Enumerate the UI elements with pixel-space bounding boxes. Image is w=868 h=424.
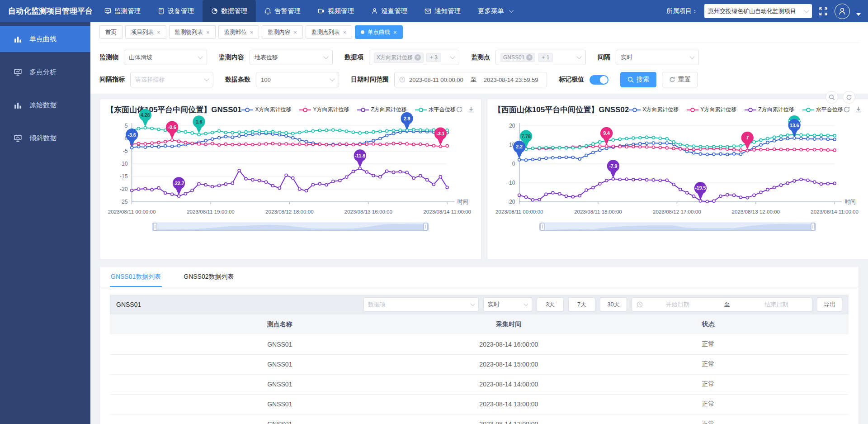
tab-label: 项目列表 [131,29,154,36]
refresh-icon[interactable] [456,106,463,113]
reset-button-label: 重置 [678,76,691,84]
close-icon[interactable] [250,29,254,35]
datazoom-handle[interactable] [541,223,544,230]
reset-button[interactable]: 重置 [662,72,698,87]
close-icon[interactable] [293,29,297,35]
svg-text:-11.8: -11.8 [354,153,365,158]
close-icon[interactable] [157,29,160,35]
refresh-icon[interactable] [843,106,850,113]
table-interval-select[interactable]: 实时 [483,297,532,312]
interval-index-select[interactable]: 请选择指标 [130,72,213,87]
svg-text:-25: -25 [120,199,128,205]
svg-text:2.9: 2.9 [404,116,410,121]
quick-range-7d-button[interactable]: 7天 [568,297,595,312]
monitor-content-select[interactable]: 地表位移 [250,50,333,65]
extreme-marker: -11.8 [354,149,366,167]
legend-item[interactable]: X方向累计位移 [241,106,291,114]
data-item-multiselect[interactable]: X方向累计位移+ 3 [369,50,459,65]
sidebar-item-multi-point-analysis[interactable]: 多点分析 [0,59,90,85]
table-data-item-select[interactable]: 数据项 [363,297,479,312]
download-icon[interactable] [855,106,862,113]
tag-close-icon[interactable] [415,54,421,61]
menu-item-video[interactable]: 视频管理 [309,0,363,22]
search-icon [627,76,634,83]
extreme-marker: 2.9 [401,112,413,130]
search-button[interactable]: 搜索 [620,72,656,87]
extreme-marker: 1.6 [193,115,205,133]
user-menu-caret[interactable] [856,13,861,16]
sidebar-item-raw-data[interactable]: 原始数据 [0,92,90,118]
top-menu: 监测管理 设备管理 数据管理 告警管理 视频管理 巡查管理 通知管理 更多菜单 [96,0,666,22]
legend-item[interactable]: Z方向累计位移 [357,106,406,114]
tab-gnss02-data-list[interactable]: GNSS02数据列表 [183,267,235,287]
avatar-person-icon [837,6,847,16]
download-icon[interactable] [467,106,475,113]
tab-monitor-point-list[interactable]: 监测点列表 [306,25,352,39]
extreme-marker: 4.26 [139,109,151,127]
project-select[interactable]: 惠州交投绿色矿山自动化监测项目 [704,4,812,18]
sidebar-item-label: 倾斜数据 [29,134,57,143]
menu-item-patrol[interactable]: 巡查管理 [363,0,416,22]
count-label: 数据条数 [225,76,250,84]
menu-item-alarm[interactable]: 告警管理 [256,0,309,22]
menu-item-notify[interactable]: 通知管理 [416,0,469,22]
monitor-chart-icon [104,8,111,14]
chevron-down-icon [323,54,328,59]
datetime-range-picker[interactable]: 2023-08-11 00:00:00 至 2023-08-14 23:59:5… [394,72,547,87]
menu-item-device[interactable]: 设备管理 [149,0,203,22]
legend-label: X方向累计位移 [255,106,291,114]
datazoom-slider[interactable] [494,221,862,233]
monitor-point-multiselect[interactable]: GNSS01+ 1 [495,50,586,65]
datazoom-handle[interactable] [811,223,815,230]
legend-item[interactable]: Y方向累计位移 [299,106,349,114]
legend-item[interactable]: 水平合位移 [802,106,843,114]
sidebar-item-tilt-data[interactable]: 倾斜数据 [0,125,90,151]
zoom-restore-button[interactable] [843,91,855,104]
legend-item[interactable]: Y方向累计位移 [687,106,736,114]
tab-project-list[interactable]: 项目列表 [125,25,166,39]
datazoom-slider[interactable] [106,221,475,233]
person-icon [371,8,378,14]
svg-text:7: 7 [746,135,749,140]
table-date-range-picker[interactable]: 开始日期 至 结束日期 [632,297,812,312]
quick-range-30d-button[interactable]: 30天 [600,297,627,312]
tab-monitor-object-list[interactable]: 监测物列表 [169,25,216,39]
menu-label: 监测管理 [114,7,141,15]
extreme-marker: -3.1 [434,128,447,146]
menu-label: 告警管理 [274,7,301,15]
datazoom-handle[interactable] [153,223,157,230]
interval-select[interactable]: 实时 [616,50,699,65]
data-list-card: GNSS01数据列表 GNSS02数据列表 GNSS01 数据项 实时 3天 7… [99,266,859,424]
menu-label: 视频管理 [328,7,354,15]
legend-item[interactable]: Z方向累计位移 [745,106,794,114]
export-button[interactable]: 导出 [817,297,842,312]
chevron-down-icon [204,76,209,81]
datazoom-track[interactable] [152,221,429,233]
tab-monitor-content[interactable]: 监测内容 [262,25,303,39]
sidebar-item-label: 单点曲线 [29,35,57,43]
chart-card-icons [456,105,475,113]
legend-item[interactable]: X方向累计位移 [629,106,679,114]
legend-item[interactable]: 水平合位移 [415,106,456,114]
count-select[interactable]: 100 [256,72,339,87]
datazoom-track[interactable] [539,221,816,233]
tab-home[interactable]: 首页 [99,25,123,39]
menu-item-data[interactable]: 数据管理 [203,0,256,22]
menu-item-monitor[interactable]: 监测管理 [96,0,149,22]
quick-range-3d-button[interactable]: 3天 [537,297,564,312]
datazoom-handle[interactable] [424,223,427,230]
tag-close-icon[interactable] [526,54,533,61]
tab-monitor-part[interactable]: 监测部位 [218,25,259,39]
zoom-select-button[interactable] [826,91,838,104]
menu-item-more[interactable]: 更多菜单 [469,0,521,22]
fullscreen-icon[interactable] [818,6,828,16]
monitor-object-select[interactable]: 山体滑坡 [124,50,207,65]
close-icon[interactable] [393,29,397,35]
user-avatar[interactable] [835,4,850,19]
tab-single-point-curve[interactable]: 单点曲线 [355,25,403,39]
tab-gnss01-data-list[interactable]: GNSS01数据列表 [110,267,162,287]
mark-extreme-toggle[interactable] [590,75,609,85]
sidebar-item-single-point-curve[interactable]: 单点曲线 [0,26,90,52]
close-icon[interactable] [343,29,346,35]
close-icon[interactable] [206,29,210,35]
